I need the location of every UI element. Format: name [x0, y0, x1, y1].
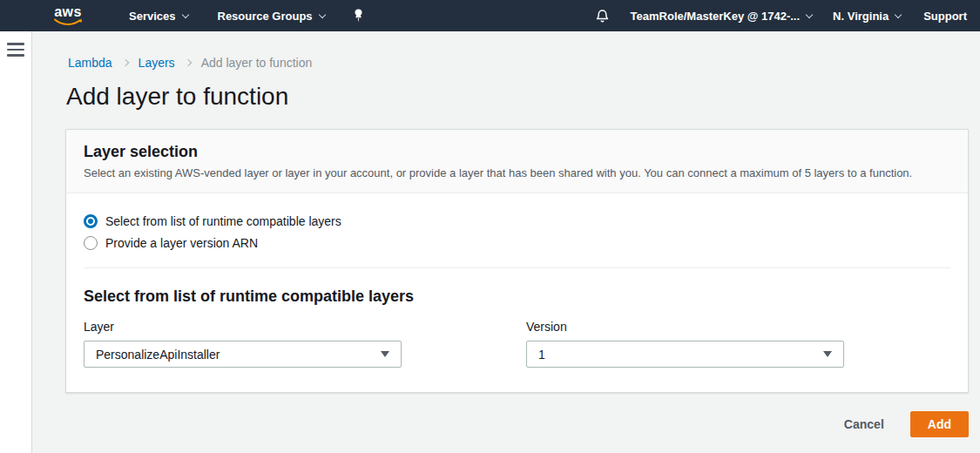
nav-services-label: Services [129, 10, 176, 23]
version-select[interactable]: 1 [526, 341, 844, 368]
radio-dot [88, 219, 93, 224]
radio-option-layer-arn[interactable]: Provide a layer version ARN [84, 236, 950, 250]
aws-logo-text: aws [54, 6, 82, 18]
menu-icon[interactable] [7, 43, 24, 57]
page-title: Add layer to function [66, 83, 969, 111]
dropdown-arrow-icon [823, 351, 832, 357]
nav-account-menu[interactable]: TeamRole/MasterKey @ 1742-... [631, 10, 813, 23]
version-field-label: Version [526, 320, 844, 334]
card-description: Select an existing AWS-vended layer or l… [84, 166, 950, 179]
card-header: Layer selection Select an existing AWS-v… [66, 130, 968, 193]
radio-label: Provide a layer version ARN [105, 236, 258, 250]
nav-support-label: Support [923, 10, 967, 23]
card-title: Layer selection [84, 143, 950, 161]
chevron-right-icon [121, 59, 128, 66]
nav-support-menu[interactable]: Support [923, 10, 967, 23]
chevron-right-icon [184, 59, 191, 66]
bell-icon [595, 8, 610, 24]
radio-button-unselected [84, 236, 98, 250]
aws-smile-icon [53, 18, 83, 26]
add-button[interactable]: Add [910, 411, 969, 437]
breadcrumb: Lambda Layers Add layer to function [68, 56, 969, 70]
nav-region-menu[interactable]: N. Virginia [833, 10, 901, 23]
chevron-down-icon [895, 10, 902, 17]
nav-resource-groups-menu[interactable]: Resource Groups [218, 10, 325, 23]
radio-label: Select from list of runtime compatible l… [105, 214, 341, 228]
radio-option-runtime-compatible[interactable]: Select from list of runtime compatible l… [84, 214, 950, 228]
nav-services-menu[interactable]: Services [129, 10, 188, 23]
left-rail [0, 31, 32, 453]
card-body: Select from list of runtime compatible l… [66, 193, 968, 392]
layer-select-value: PersonalizeApiInstaller [96, 348, 374, 362]
breadcrumb-current: Add layer to function [201, 56, 313, 70]
notifications-button[interactable] [595, 8, 610, 24]
footer-actions: Cancel Add [65, 411, 969, 437]
pin-shortcut-button[interactable] [353, 9, 364, 23]
cancel-button[interactable]: Cancel [844, 417, 884, 431]
nav-account-label: TeamRole/MasterKey @ 1742-... [631, 10, 801, 23]
aws-logo[interactable]: aws [51, 6, 85, 26]
nav-region-label: N. Virginia [833, 10, 889, 23]
form-row: Layer PersonalizeApiInstaller Version 1 [84, 320, 950, 368]
page-shell: Lambda Layers Add layer to function Add … [0, 31, 980, 453]
breadcrumb-layers-link[interactable]: Layers [139, 56, 175, 70]
chevron-down-icon [318, 10, 325, 17]
breadcrumb-lambda-link[interactable]: Lambda [68, 56, 112, 70]
section-title: Select from list of runtime compatible l… [84, 287, 950, 306]
chevron-down-icon [806, 10, 813, 17]
chevron-down-icon [181, 10, 188, 17]
version-field: Version 1 [526, 320, 844, 368]
layer-select[interactable]: PersonalizeApiInstaller [84, 341, 402, 368]
nav-right-group: TeamRole/MasterKey @ 1742-... N. Virgini… [595, 8, 967, 24]
dropdown-arrow-icon [381, 351, 389, 357]
section-divider [84, 267, 950, 268]
layer-field: Layer PersonalizeApiInstaller [84, 320, 402, 368]
layer-field-label: Layer [84, 320, 402, 334]
layer-selection-card: Layer selection Select an existing AWS-v… [65, 129, 969, 393]
radio-button-selected [84, 214, 98, 228]
main-content: Lambda Layers Add layer to function Add … [32, 31, 980, 453]
pushpin-icon [353, 9, 364, 23]
version-select-value: 1 [538, 348, 816, 362]
nav-resource-groups-label: Resource Groups [218, 10, 313, 23]
nav-left-group: Services Resource Groups [85, 9, 364, 23]
top-navigation-bar: aws Services Resource Groups T [0, 0, 980, 31]
